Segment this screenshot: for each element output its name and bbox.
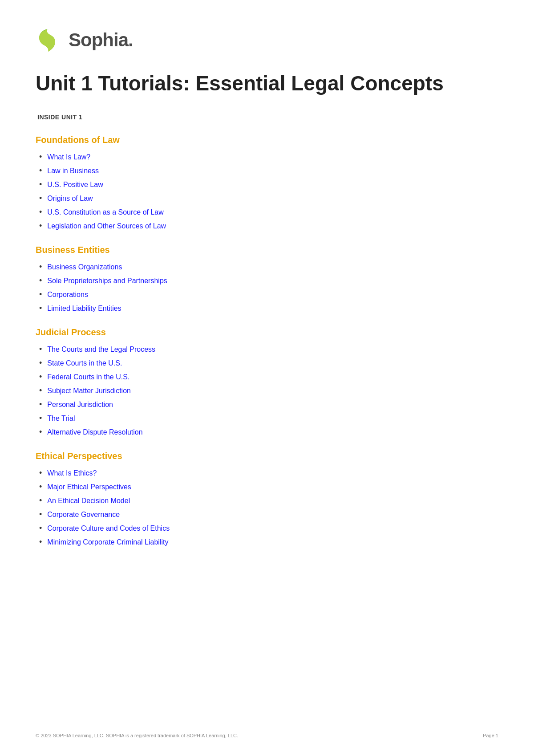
list-item: An Ethical Decision Model [39,496,498,505]
list-item: Sole Proprietorships and Partnerships [39,276,498,285]
list-item: Limited Liability Entities [39,304,498,313]
list-item: The Trial [39,414,498,423]
logo-area: Sophia. [36,27,498,53]
section-heading-foundations: Foundations of Law [36,135,498,145]
section-list-judicial-process: The Courts and the Legal ProcessState Co… [36,345,498,437]
list-item: U.S. Constitution as a Source of Law [39,207,498,217]
link-ethical-perspectives-5[interactable]: Minimizing Corporate Criminal Liability [47,538,168,546]
list-item: Major Ethical Perspectives [39,482,498,492]
link-foundations-3[interactable]: Origins of Law [47,195,93,203]
list-item: Minimizing Corporate Criminal Liability [39,537,498,547]
link-ethical-perspectives-3[interactable]: Corporate Governance [47,511,120,519]
link-business-entities-1[interactable]: Sole Proprietorships and Partnerships [47,277,167,285]
sophia-logo-icon [36,27,62,53]
link-judicial-process-3[interactable]: Subject Matter Jurisdiction [47,387,131,395]
section-list-ethical-perspectives: What Is Ethics?Major Ethical Perspective… [36,468,498,547]
list-item: Corporate Culture and Codes of Ethics [39,524,498,533]
list-item: The Courts and the Legal Process [39,345,498,354]
list-item: Business Organizations [39,262,498,272]
section-list-business-entities: Business OrganizationsSole Proprietorshi… [36,262,498,313]
inside-unit-label: INSIDE UNIT 1 [36,114,498,121]
link-business-entities-3[interactable]: Limited Liability Entities [47,305,121,313]
list-item: What Is Ethics? [39,468,498,478]
list-item: Origins of Law [39,194,498,203]
list-item: Alternative Dispute Resolution [39,427,498,437]
footer-copyright: © 2023 SOPHIA Learning, LLC. SOPHIA is a… [36,733,238,738]
link-judicial-process-0[interactable]: The Courts and the Legal Process [47,345,155,354]
list-item: Federal Courts in the U.S. [39,372,498,382]
list-item: Personal Jurisdiction [39,400,498,409]
section-list-foundations: What Is Law?Law in BusinessU.S. Positive… [36,152,498,231]
logo-text: Sophia. [69,29,133,51]
list-item: Corporate Governance [39,510,498,519]
footer-page-number: Page 1 [483,733,498,738]
link-foundations-4[interactable]: U.S. Constitution as a Source of Law [47,208,163,216]
link-business-entities-0[interactable]: Business Organizations [47,263,122,271]
list-item: Corporations [39,290,498,299]
link-ethical-perspectives-0[interactable]: What Is Ethics? [47,469,97,477]
list-item: U.S. Positive Law [39,180,498,189]
link-judicial-process-5[interactable]: The Trial [47,415,75,423]
link-foundations-2[interactable]: U.S. Positive Law [47,181,103,189]
link-judicial-process-6[interactable]: Alternative Dispute Resolution [47,428,142,436]
link-ethical-perspectives-1[interactable]: Major Ethical Perspectives [47,483,131,491]
section-heading-ethical-perspectives: Ethical Perspectives [36,451,498,461]
list-item: What Is Law? [39,152,498,162]
list-item: State Courts in the U.S. [39,358,498,368]
link-judicial-process-2[interactable]: Federal Courts in the U.S. [47,373,129,381]
page-container: Sophia. Unit 1 Tutorials: Essential Lega… [0,0,534,587]
sections-container: Foundations of LawWhat Is Law?Law in Bus… [36,135,498,547]
list-item: Law in Business [39,166,498,175]
section-heading-judicial-process: Judicial Process [36,327,498,337]
list-item: Subject Matter Jurisdiction [39,386,498,395]
link-business-entities-2[interactable]: Corporations [47,291,88,299]
link-judicial-process-1[interactable]: State Courts in the U.S. [47,359,122,367]
link-ethical-perspectives-2[interactable]: An Ethical Decision Model [47,497,130,505]
page-footer: © 2023 SOPHIA Learning, LLC. SOPHIA is a… [36,733,498,738]
section-heading-business-entities: Business Entities [36,245,498,255]
link-ethical-perspectives-4[interactable]: Corporate Culture and Codes of Ethics [47,524,170,532]
list-item: Legislation and Other Sources of Law [39,221,498,231]
link-foundations-5[interactable]: Legislation and Other Sources of Law [47,222,166,230]
link-foundations-1[interactable]: Law in Business [47,167,99,175]
link-foundations-0[interactable]: What Is Law? [47,153,90,161]
link-judicial-process-4[interactable]: Personal Jurisdiction [47,401,113,409]
page-title: Unit 1 Tutorials: Essential Legal Concep… [36,71,498,96]
